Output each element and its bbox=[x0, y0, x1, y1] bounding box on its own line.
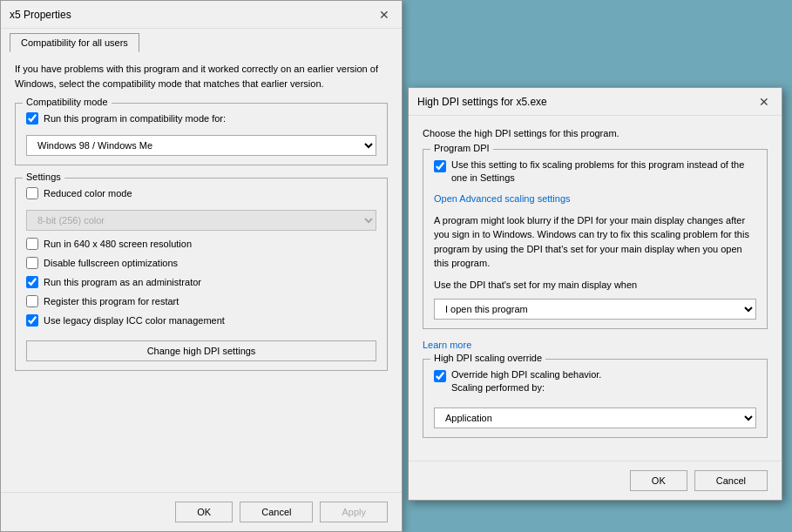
dpi-ok-button[interactable]: OK bbox=[630, 470, 687, 491]
icc-checkbox[interactable] bbox=[26, 314, 38, 327]
program-dpi-checkbox[interactable] bbox=[434, 160, 446, 172]
main-titlebar: x5 Properties ✕ bbox=[1, 1, 402, 29]
compatibility-checkbox-row: Run this program in compatibility mode f… bbox=[26, 112, 376, 125]
reduced-color-checkbox[interactable] bbox=[26, 187, 38, 199]
main-apply-button[interactable]: Apply bbox=[320, 502, 388, 522]
main-dialog-title: x5 Properties bbox=[10, 9, 71, 21]
compatibility-checkbox[interactable] bbox=[26, 112, 38, 125]
compatibility-select[interactable]: Windows 98 / Windows Me Windows XP (Serv… bbox=[26, 135, 376, 156]
use-dpi-label: Use the DPI that's set for my main displ… bbox=[434, 279, 756, 290]
restart-label: Register this program for restart bbox=[44, 296, 179, 306]
dpi-when-select[interactable]: I open this program I sign in to Windows bbox=[434, 299, 756, 320]
high-dpi-override-label: High DPI scaling override bbox=[430, 353, 545, 363]
icc-label: Use legacy display ICC color management bbox=[44, 315, 225, 326]
admin-checkbox[interactable] bbox=[26, 276, 38, 288]
restart-row: Register this program for restart bbox=[26, 295, 376, 307]
restart-checkbox[interactable] bbox=[26, 295, 38, 307]
reduced-color-label: Reduced color mode bbox=[44, 188, 132, 199]
reduced-color-row: Reduced color mode bbox=[26, 187, 376, 199]
main-ok-button[interactable]: OK bbox=[175, 502, 233, 522]
compatibility-checkbox-label: Run this program in compatibility mode f… bbox=[44, 113, 226, 124]
compatibility-group: Compatibility mode Run this program in c… bbox=[15, 103, 388, 165]
change-dpi-button[interactable]: Change high DPI settings bbox=[26, 340, 376, 361]
program-dpi-checkbox-row: Use this setting to fix scaling problems… bbox=[434, 158, 756, 185]
dpi-footer: OK Cancel bbox=[409, 461, 782, 500]
resolution-checkbox[interactable] bbox=[26, 238, 38, 250]
main-dialog: x5 Properties ✕ Compatibility for all us… bbox=[0, 0, 403, 532]
settings-group: Settings Reduced color mode 8-bit (256) … bbox=[15, 178, 388, 371]
learn-more-link[interactable]: Learn more bbox=[423, 340, 768, 350]
override-checkbox[interactable] bbox=[434, 370, 446, 382]
dpi-dialog: High DPI settings for x5.exe ✕ Choose th… bbox=[408, 87, 782, 501]
override-checkbox-label: Override high DPI scaling behavior.Scali… bbox=[451, 368, 601, 395]
admin-label: Run this program as an administrator bbox=[44, 277, 201, 287]
program-dpi-checkbox-label: Use this setting to fix scaling problems… bbox=[451, 158, 756, 185]
color-depth-select[interactable]: 8-bit (256) color 16-bit color bbox=[26, 210, 376, 231]
dpi-dialog-title: High DPI settings for x5.exe bbox=[417, 96, 547, 108]
compatibility-group-label: Compatibility mode bbox=[23, 97, 112, 107]
program-dpi-label: Program DPI bbox=[430, 143, 493, 153]
main-dialog-body: If you have problems with this program a… bbox=[1, 51, 402, 492]
resolution-label: Run in 640 x 480 screen resolution bbox=[44, 239, 192, 249]
tab-compatibility[interactable]: Compatibility for all users bbox=[10, 33, 139, 52]
high-dpi-override-group: High DPI scaling override Override high … bbox=[423, 359, 768, 438]
main-footer: OK Cancel Apply bbox=[1, 492, 402, 531]
admin-row: Run this program as an administrator bbox=[26, 276, 376, 288]
resolution-row: Run in 640 x 480 screen resolution bbox=[26, 238, 376, 250]
dpi-description: Choose the high DPI settings for this pr… bbox=[423, 128, 768, 138]
advanced-scaling-link[interactable]: Open Advanced scaling settings bbox=[434, 193, 571, 204]
dpi-titlebar: High DPI settings for x5.exe ✕ bbox=[409, 88, 782, 116]
main-cancel-button[interactable]: Cancel bbox=[240, 502, 313, 522]
dpi-dialog-body: Choose the high DPI settings for this pr… bbox=[409, 116, 782, 461]
main-description: If you have problems with this program a… bbox=[15, 62, 388, 91]
fullscreen-checkbox[interactable] bbox=[26, 257, 38, 269]
icc-row: Use legacy display ICC color management bbox=[26, 314, 376, 327]
main-close-button[interactable]: ✕ bbox=[376, 6, 393, 24]
tab-bar: Compatibility for all users bbox=[1, 29, 402, 51]
override-checkbox-row: Override high DPI scaling behavior.Scali… bbox=[434, 368, 756, 395]
fullscreen-label: Disable fullscreen optimizations bbox=[44, 258, 178, 268]
dpi-close-button[interactable]: ✕ bbox=[755, 93, 773, 111]
program-dpi-group: Program DPI Use this setting to fix scal… bbox=[423, 149, 768, 329]
settings-group-label: Settings bbox=[23, 172, 64, 182]
dpi-cancel-button[interactable]: Cancel bbox=[694, 470, 768, 491]
fullscreen-row: Disable fullscreen optimizations bbox=[26, 257, 376, 269]
scaling-select[interactable]: Application System System (Enhanced) bbox=[434, 407, 756, 428]
blur-description: A program might look blurry if the DPI f… bbox=[434, 213, 756, 271]
